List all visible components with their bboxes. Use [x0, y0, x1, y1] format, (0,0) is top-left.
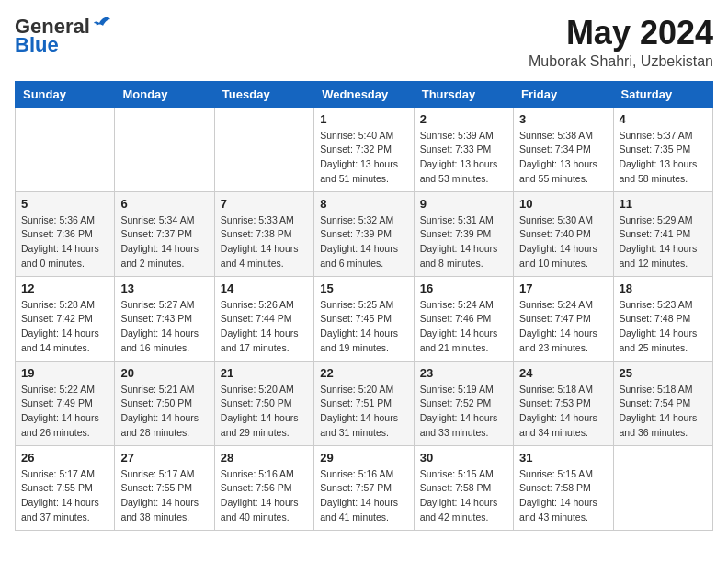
day-number: 27 [120, 451, 208, 465]
day-info: Sunrise: 5:27 AM Sunset: 7:43 PM Dayligh… [120, 298, 208, 356]
calendar-cell: 6Sunrise: 5:34 AM Sunset: 7:37 PM Daylig… [115, 191, 214, 276]
day-info: Sunrise: 5:24 AM Sunset: 7:46 PM Dayligh… [420, 298, 507, 356]
day-number: 10 [519, 197, 607, 211]
day-info: Sunrise: 5:32 AM Sunset: 7:39 PM Dayligh… [320, 213, 407, 271]
day-info: Sunrise: 5:33 AM Sunset: 7:38 PM Dayligh… [221, 213, 308, 271]
calendar-cell: 31Sunrise: 5:15 AM Sunset: 7:58 PM Dayli… [514, 445, 613, 530]
calendar-cell: 11Sunrise: 5:29 AM Sunset: 7:41 PM Dayli… [613, 191, 712, 276]
day-info: Sunrise: 5:40 AM Sunset: 7:32 PM Dayligh… [320, 129, 407, 187]
col-sunday: Sunday [16, 81, 115, 107]
day-number: 30 [420, 451, 507, 465]
calendar-cell: 9Sunrise: 5:31 AM Sunset: 7:39 PM Daylig… [414, 191, 513, 276]
logo-bird-icon [92, 15, 112, 35]
calendar-header-row: Sunday Monday Tuesday Wednesday Thursday… [16, 81, 713, 107]
day-info: Sunrise: 5:28 AM Sunset: 7:42 PM Dayligh… [21, 298, 108, 356]
day-info: Sunrise: 5:29 AM Sunset: 7:41 PM Dayligh… [620, 213, 707, 271]
day-number: 23 [420, 366, 507, 380]
location-title: Muborak Shahri, Uzbekistan [529, 53, 713, 70]
calendar-cell: 15Sunrise: 5:25 AM Sunset: 7:45 PM Dayli… [314, 276, 414, 361]
day-number: 21 [221, 366, 308, 380]
day-info: Sunrise: 5:16 AM Sunset: 7:56 PM Dayligh… [221, 467, 308, 525]
day-info: Sunrise: 5:15 AM Sunset: 7:58 PM Dayligh… [420, 467, 507, 525]
calendar-cell: 10Sunrise: 5:30 AM Sunset: 7:40 PM Dayli… [514, 191, 613, 276]
day-number: 7 [221, 197, 308, 211]
col-thursday: Thursday [414, 81, 513, 107]
day-info: Sunrise: 5:18 AM Sunset: 7:53 PM Dayligh… [519, 383, 607, 441]
day-number: 1 [320, 112, 407, 126]
calendar-cell: 17Sunrise: 5:24 AM Sunset: 7:47 PM Dayli… [514, 276, 613, 361]
calendar-cell [214, 107, 313, 191]
calendar-cell: 7Sunrise: 5:33 AM Sunset: 7:38 PM Daylig… [214, 191, 313, 276]
calendar-table: Sunday Monday Tuesday Wednesday Thursday… [15, 81, 713, 531]
calendar-week-2: 5Sunrise: 5:36 AM Sunset: 7:36 PM Daylig… [16, 191, 713, 276]
day-number: 13 [120, 282, 208, 295]
day-info: Sunrise: 5:39 AM Sunset: 7:33 PM Dayligh… [420, 129, 507, 187]
day-info: Sunrise: 5:20 AM Sunset: 7:51 PM Dayligh… [320, 383, 407, 441]
day-info: Sunrise: 5:17 AM Sunset: 7:55 PM Dayligh… [120, 467, 208, 525]
day-number: 18 [620, 282, 707, 295]
day-number: 14 [221, 282, 308, 295]
day-info: Sunrise: 5:16 AM Sunset: 7:57 PM Dayligh… [320, 467, 407, 525]
day-info: Sunrise: 5:19 AM Sunset: 7:52 PM Dayligh… [420, 383, 507, 441]
day-number: 3 [519, 112, 607, 126]
calendar-week-1: 1Sunrise: 5:40 AM Sunset: 7:32 PM Daylig… [16, 107, 713, 191]
day-info: Sunrise: 5:38 AM Sunset: 7:34 PM Dayligh… [519, 129, 607, 187]
calendar-cell: 12Sunrise: 5:28 AM Sunset: 7:42 PM Dayli… [16, 276, 115, 361]
page-header: General Blue May 2024 Muborak Shahri, Uz… [15, 15, 713, 70]
day-number: 29 [320, 451, 407, 465]
day-number: 8 [320, 197, 407, 211]
day-number: 31 [519, 451, 607, 465]
calendar-cell [613, 445, 712, 530]
calendar-cell: 29Sunrise: 5:16 AM Sunset: 7:57 PM Dayli… [314, 445, 414, 530]
calendar-cell: 14Sunrise: 5:26 AM Sunset: 7:44 PM Dayli… [214, 276, 313, 361]
day-info: Sunrise: 5:23 AM Sunset: 7:48 PM Dayligh… [620, 298, 707, 356]
day-info: Sunrise: 5:31 AM Sunset: 7:39 PM Dayligh… [420, 213, 507, 271]
day-info: Sunrise: 5:36 AM Sunset: 7:36 PM Dayligh… [21, 213, 108, 271]
calendar-cell: 26Sunrise: 5:17 AM Sunset: 7:55 PM Dayli… [16, 445, 115, 530]
calendar-cell: 1Sunrise: 5:40 AM Sunset: 7:32 PM Daylig… [314, 107, 414, 191]
calendar-cell: 23Sunrise: 5:19 AM Sunset: 7:52 PM Dayli… [414, 361, 513, 445]
calendar-cell: 3Sunrise: 5:38 AM Sunset: 7:34 PM Daylig… [514, 107, 613, 191]
calendar-cell: 24Sunrise: 5:18 AM Sunset: 7:53 PM Dayli… [514, 361, 613, 445]
day-info: Sunrise: 5:17 AM Sunset: 7:55 PM Dayligh… [21, 467, 108, 525]
day-number: 24 [519, 366, 607, 380]
day-number: 17 [519, 282, 607, 295]
day-number: 22 [320, 366, 407, 380]
day-number: 6 [120, 197, 208, 211]
calendar-week-4: 19Sunrise: 5:22 AM Sunset: 7:49 PM Dayli… [16, 361, 713, 445]
calendar-cell: 30Sunrise: 5:15 AM Sunset: 7:58 PM Dayli… [414, 445, 513, 530]
col-friday: Friday [514, 81, 613, 107]
calendar-cell: 21Sunrise: 5:20 AM Sunset: 7:50 PM Dayli… [214, 361, 313, 445]
calendar-cell: 20Sunrise: 5:21 AM Sunset: 7:50 PM Dayli… [115, 361, 214, 445]
day-info: Sunrise: 5:37 AM Sunset: 7:35 PM Dayligh… [620, 129, 707, 187]
day-info: Sunrise: 5:20 AM Sunset: 7:50 PM Dayligh… [221, 383, 308, 441]
day-info: Sunrise: 5:21 AM Sunset: 7:50 PM Dayligh… [120, 383, 208, 441]
calendar-cell: 28Sunrise: 5:16 AM Sunset: 7:56 PM Dayli… [214, 445, 313, 530]
calendar-cell: 27Sunrise: 5:17 AM Sunset: 7:55 PM Dayli… [115, 445, 214, 530]
day-number: 9 [420, 197, 507, 211]
calendar-cell: 16Sunrise: 5:24 AM Sunset: 7:46 PM Dayli… [414, 276, 513, 361]
calendar-cell: 25Sunrise: 5:18 AM Sunset: 7:54 PM Dayli… [613, 361, 712, 445]
day-number: 28 [221, 451, 308, 465]
day-info: Sunrise: 5:30 AM Sunset: 7:40 PM Dayligh… [519, 213, 607, 271]
day-info: Sunrise: 5:22 AM Sunset: 7:49 PM Dayligh… [21, 383, 108, 441]
col-monday: Monday [115, 81, 214, 107]
col-tuesday: Tuesday [214, 81, 313, 107]
day-number: 5 [21, 197, 108, 211]
day-info: Sunrise: 5:24 AM Sunset: 7:47 PM Dayligh… [519, 298, 607, 356]
month-title: May 2024 [529, 15, 713, 52]
calendar-cell: 8Sunrise: 5:32 AM Sunset: 7:39 PM Daylig… [314, 191, 414, 276]
calendar-cell: 13Sunrise: 5:27 AM Sunset: 7:43 PM Dayli… [115, 276, 214, 361]
day-info: Sunrise: 5:25 AM Sunset: 7:45 PM Dayligh… [320, 298, 407, 356]
logo-blue-text: Blue [15, 33, 59, 57]
col-wednesday: Wednesday [314, 81, 414, 107]
calendar-cell: 19Sunrise: 5:22 AM Sunset: 7:49 PM Dayli… [16, 361, 115, 445]
title-area: May 2024 Muborak Shahri, Uzbekistan [529, 15, 713, 70]
day-number: 26 [21, 451, 108, 465]
col-saturday: Saturday [613, 81, 712, 107]
day-number: 25 [620, 366, 707, 380]
day-number: 19 [21, 366, 108, 380]
calendar-cell [16, 107, 115, 191]
day-info: Sunrise: 5:18 AM Sunset: 7:54 PM Dayligh… [620, 383, 707, 441]
day-number: 20 [120, 366, 208, 380]
